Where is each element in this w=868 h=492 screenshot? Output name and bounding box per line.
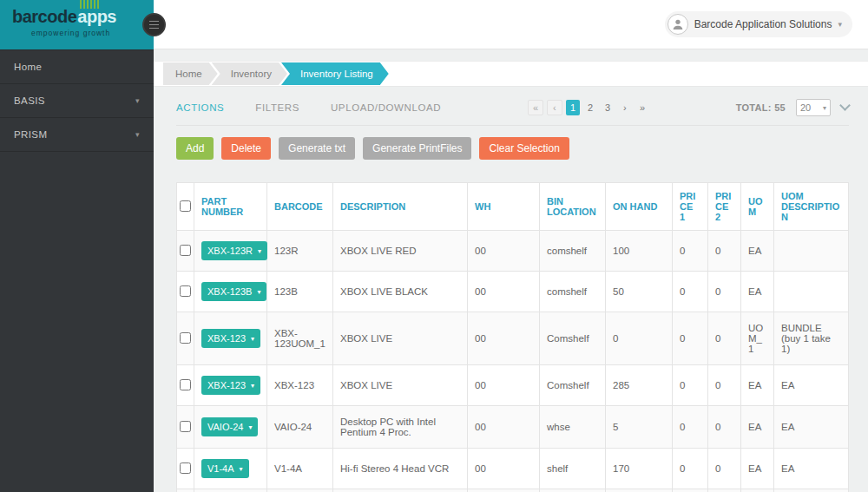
row-checkbox[interactable] <box>180 379 191 390</box>
column-price-2[interactable]: PRICE 2 <box>708 183 741 231</box>
cell-price-1: 0 <box>673 312 708 365</box>
part-number-cell: VAIO-24▾ <box>194 406 267 449</box>
cell-bin-location: Comshelf <box>540 312 606 365</box>
user-account-label: Barcode Application Solutions <box>694 18 832 30</box>
page-size-value: 20 <box>800 102 811 113</box>
cell-price-1: 0 <box>673 231 708 272</box>
cell-description: XBOX LIVE BLACK <box>333 272 468 312</box>
column-description[interactable]: DESCRIPTION <box>333 183 468 231</box>
cell-on-hand: 100 <box>606 231 673 272</box>
delete-button[interactable]: Delete <box>221 137 271 160</box>
cell-uom-description: EA <box>774 365 849 406</box>
column-uom[interactable]: UOM <box>741 183 774 231</box>
sidebar-item-prism[interactable]: PRISM ▾ <box>0 118 154 152</box>
tab-upload-download[interactable]: UPLOAD/DOWNLOAD <box>331 102 441 113</box>
page-size-select[interactable]: 20 ▾ <box>796 99 831 116</box>
table-row: XBX-123B▾123BXBOX LIVE BLACK00comshelf50… <box>177 272 849 312</box>
pagination-prev-button[interactable]: ‹ <box>547 100 562 115</box>
cell-price-1: 0 <box>673 272 708 312</box>
pagination-last-button[interactable]: » <box>635 100 649 115</box>
select-all-checkbox[interactable] <box>180 200 191 212</box>
column-bin-location[interactable]: BIN LOCATION <box>540 183 606 231</box>
row-checkbox[interactable] <box>180 332 191 344</box>
part-number-label: XBX-123 <box>207 333 246 344</box>
cell-uom: EA <box>741 406 774 449</box>
column-barcode[interactable]: BARCODE <box>267 183 333 231</box>
breadcrumb-inventory[interactable]: Inventory <box>212 62 287 85</box>
row-checkbox[interactable] <box>180 421 191 432</box>
row-checkbox-cell <box>177 406 194 449</box>
cell-price-1: 0 <box>673 489 708 492</box>
sidebar-item-home[interactable]: Home <box>0 50 154 84</box>
add-button[interactable]: Add <box>176 137 214 160</box>
cell-wh: 00 <box>468 489 540 492</box>
column-uom-description[interactable]: UOM DESCRIPTION <box>774 183 849 231</box>
barcode-icon <box>80 0 101 9</box>
user-account-menu[interactable]: Barcode Application Solutions ▾ <box>665 11 852 37</box>
part-number-button[interactable]: XBX-123▾ <box>201 329 260 348</box>
column-price-1[interactable]: PRICE 1 <box>673 183 708 231</box>
brand-logo-text: barcode apps <box>12 8 154 25</box>
cell-on-hand: 5 <box>606 406 673 449</box>
breadcrumb-inventory-listing[interactable]: Inventory Listing <box>281 62 389 85</box>
cell-description: Desktop PC with Intel Pentium 4 Proc. <box>333 406 468 449</box>
breadcrumb-home[interactable]: Home <box>163 62 218 85</box>
row-checkbox[interactable] <box>180 462 191 474</box>
part-number-button[interactable]: XBX-123B▾ <box>201 282 266 301</box>
row-checkbox-cell <box>177 365 194 406</box>
sidebar-item-label: BASIS <box>14 95 45 106</box>
cell-wh: 00 <box>468 406 540 449</box>
part-number-cell: V1-2A▾ <box>194 489 267 492</box>
column-wh[interactable]: WH <box>468 183 540 231</box>
brand-logo: barcode apps empowering growth <box>0 0 154 49</box>
cell-uom-description: EA <box>774 489 849 492</box>
cell-price-1: 0 <box>673 449 708 489</box>
cell-price-2: 0 <box>708 365 741 406</box>
tab-actions[interactable]: ACTIONS <box>176 102 224 113</box>
cell-uom: UOM_1 <box>741 312 774 365</box>
table-row: XBX-123▾XBX-123XBOX LIVE00Comshelf28500E… <box>177 365 849 406</box>
row-checkbox[interactable] <box>180 285 191 297</box>
toolbar-tabs: ACTIONS FILTERS UPLOAD/DOWNLOAD <box>176 102 441 113</box>
sidebar-item-basis[interactable]: BASIS ▾ <box>0 84 154 118</box>
column-on-hand[interactable]: ON HAND <box>606 183 673 231</box>
cell-wh: 00 <box>468 312 540 365</box>
person-icon <box>671 17 685 31</box>
row-checkbox-cell <box>177 449 194 489</box>
clear-selection-button[interactable]: Clear Selection <box>479 137 569 160</box>
generate-txt-button[interactable]: Generate txt <box>279 137 355 160</box>
row-checkbox-cell <box>177 272 194 312</box>
pagination-page-2[interactable]: 2 <box>583 100 597 115</box>
brand-name-primary: barcode <box>12 8 76 25</box>
part-number-button[interactable]: V1-4A▾ <box>201 459 249 478</box>
part-number-button[interactable]: XBX-123▾ <box>201 376 260 395</box>
table-row: XBX-123▾XBX-123UOM_1XBOX LIVE00Comshelf0… <box>177 312 849 365</box>
cell-wh: 00 <box>468 449 540 489</box>
total-count: TOTAL: 55 <box>736 102 786 113</box>
pagination-page-3[interactable]: 3 <box>601 100 615 115</box>
row-checkbox-cell <box>177 489 194 492</box>
pagination-page-1[interactable]: 1 <box>566 100 580 115</box>
part-number-button[interactable]: XBX-123R▾ <box>201 241 267 260</box>
sidebar-toggle-button[interactable] <box>142 13 166 36</box>
generate-printfiles-button[interactable]: Generate PrintFiles <box>363 137 471 160</box>
tab-filters[interactable]: FILTERS <box>255 102 299 113</box>
brand-apps-wrap: apps <box>77 8 116 25</box>
pagination-first-button[interactable]: « <box>528 100 543 115</box>
pagination-next-button[interactable]: › <box>618 100 632 115</box>
cell-barcode: XBX-123 <box>267 365 333 406</box>
total-count-value: 55 <box>774 102 786 113</box>
cell-bin-location: shelf <box>540 449 606 489</box>
top-bar: Barcode Application Solutions ▾ <box>154 0 868 49</box>
row-checkbox-cell <box>177 231 194 272</box>
chevron-down-icon: ▾ <box>135 130 140 139</box>
cell-description: Digital-VHS VCR with HDTV-Recording <box>333 489 468 492</box>
row-checkbox[interactable] <box>180 245 191 256</box>
part-number-button[interactable]: VAIO-24▾ <box>201 417 258 436</box>
collapse-panel-chevron-icon[interactable] <box>839 100 851 111</box>
column-part-number[interactable]: PART NUMBER <box>194 183 267 231</box>
list-toolbar: ACTIONS FILTERS UPLOAD/DOWNLOAD « ‹ 1 2 … <box>176 99 849 126</box>
action-button-row: Add Delete Generate txt Generate PrintFi… <box>176 137 845 160</box>
part-number-cell: XBX-123▾ <box>194 365 267 406</box>
cell-bin-location: comshelf <box>540 231 606 272</box>
